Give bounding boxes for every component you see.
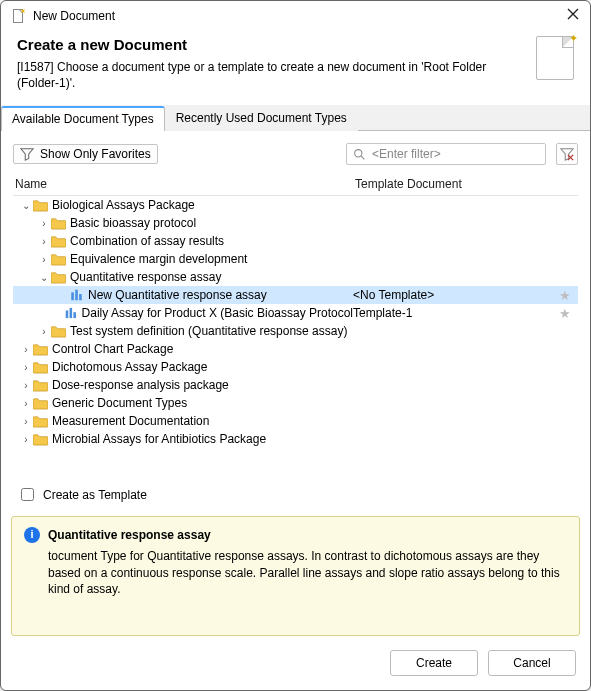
tree-row[interactable]: ›Basic bioassay protocol — [13, 214, 578, 232]
svg-point-2 — [355, 150, 362, 157]
create-button[interactable]: Create — [390, 650, 478, 676]
header-text: Create a new Document [I1587] Choose a d… — [17, 36, 524, 91]
tree-row-name-cell: ›Equivalence margin development — [13, 252, 353, 266]
chevron-right-icon[interactable]: › — [19, 398, 33, 409]
description-box: i Quantitative response assay tocument T… — [11, 516, 580, 636]
tree-body: ⌄Biological Assays Package›Basic bioassa… — [13, 196, 578, 477]
filter-input-wrap[interactable] — [346, 143, 546, 165]
tree-row-label: Daily Assay for Product X (Basic Bioassa… — [82, 306, 353, 320]
new-document-icon — [11, 8, 27, 24]
chevron-right-icon[interactable]: › — [19, 344, 33, 355]
close-button[interactable] — [566, 7, 580, 24]
tree-header: Name Template Document — [13, 173, 578, 196]
tree-row-label: Equivalence margin development — [70, 252, 247, 266]
tree-row[interactable]: ›Equivalence margin development — [13, 250, 578, 268]
chevron-right-icon[interactable]: › — [37, 236, 51, 247]
tree-row-label: Basic bioassay protocol — [70, 216, 196, 230]
funnel-clear-icon — [560, 147, 574, 161]
svg-line-3 — [361, 156, 364, 159]
dialog-window: New Document Create a new Document [I158… — [0, 0, 591, 691]
tree-row[interactable]: ·New Quantitative response assay<No Temp… — [13, 286, 578, 304]
tree-row[interactable]: ⌄Biological Assays Package — [13, 196, 578, 214]
header-heading: Create a new Document — [17, 36, 524, 53]
header-subtext: [I1587] Choose a document type or a temp… — [17, 59, 524, 91]
header: Create a new Document [I1587] Choose a d… — [1, 28, 590, 101]
tree-row[interactable]: ·Daily Assay for Product X (Basic Bioass… — [13, 304, 578, 322]
tree-row-name-cell: ·Daily Assay for Product X (Basic Bioass… — [13, 306, 353, 320]
filter-input[interactable] — [370, 146, 539, 162]
clear-filter-button[interactable] — [556, 143, 578, 165]
description-body: tocument Type for Quantitative response … — [48, 548, 567, 598]
tree-row-name-cell: ›Dose-response analysis package — [13, 378, 353, 392]
titlebar: New Document — [1, 1, 590, 28]
create-as-template-label: Create as Template — [43, 488, 147, 502]
tab-available-types[interactable]: Available Document Types — [1, 106, 165, 131]
document-large-icon: ✦ — [536, 36, 574, 80]
tree-row[interactable]: ›Control Chart Package — [13, 340, 578, 358]
create-as-template-row: Create as Template — [13, 477, 578, 512]
tree-row-name-cell: ›Dichotomous Assay Package — [13, 360, 353, 374]
favorites-label: Show Only Favorites — [40, 147, 151, 161]
assay-icon — [64, 306, 78, 320]
tree-row[interactable]: ›Dose-response analysis package — [13, 376, 578, 394]
folder-icon — [51, 325, 66, 338]
svg-rect-8 — [79, 295, 82, 301]
tree-row-template-cell: Template-1 — [353, 306, 556, 320]
create-as-template-checkbox[interactable] — [21, 488, 34, 501]
folder-icon — [33, 397, 48, 410]
tree-row-label: Generic Document Types — [52, 396, 187, 410]
folder-icon — [51, 235, 66, 248]
tree-row-name-cell: ›Control Chart Package — [13, 342, 353, 356]
chevron-right-icon[interactable]: › — [19, 434, 33, 445]
tab-recent-types[interactable]: Recently Used Document Types — [165, 106, 358, 131]
tree-row-name-cell: ›Generic Document Types — [13, 396, 353, 410]
folder-icon — [33, 379, 48, 392]
chevron-right-icon[interactable]: › — [19, 380, 33, 391]
tree-row[interactable]: ›Test system definition (Quantitative re… — [13, 322, 578, 340]
description-text: Quantitative response assay tocument Typ… — [48, 527, 567, 621]
toolbar: Show Only Favorites — [13, 143, 578, 165]
funnel-icon — [20, 147, 34, 161]
tree-row[interactable]: ›Generic Document Types — [13, 394, 578, 412]
tree-row-name-cell: ›Combination of assay results — [13, 234, 353, 248]
tree-row-name-cell: ·New Quantitative response assay — [13, 288, 353, 302]
tree-row[interactable]: ›Microbial Assays for Antibiotics Packag… — [13, 430, 578, 448]
tree-row[interactable]: ›Measurement Documentation — [13, 412, 578, 430]
close-icon — [566, 7, 580, 21]
tree-row[interactable]: ›Combination of assay results — [13, 232, 578, 250]
star-icon: ★ — [559, 306, 571, 321]
column-template[interactable]: Template Document — [355, 177, 576, 191]
panel: Show Only Favorites Name Template D — [1, 131, 590, 516]
folder-icon — [33, 433, 48, 446]
folder-icon — [33, 361, 48, 374]
tree-row-name-cell: ›Test system definition (Quantitative re… — [13, 324, 353, 338]
chevron-right-icon[interactable]: › — [19, 416, 33, 427]
folder-icon — [33, 199, 48, 212]
favorite-star[interactable]: ★ — [556, 288, 574, 303]
tree-row[interactable]: ›Dichotomous Assay Package — [13, 358, 578, 376]
chevron-right-icon[interactable]: › — [37, 326, 51, 337]
info-icon: i — [24, 527, 40, 543]
chevron-right-icon[interactable]: › — [37, 218, 51, 229]
tree-row[interactable]: ⌄Quantitative response assay — [13, 268, 578, 286]
description-title: Quantitative response assay — [48, 527, 567, 544]
tree-row-label: Dose-response analysis package — [52, 378, 229, 392]
star-icon: ★ — [559, 288, 571, 303]
tree-row-label: Microbial Assays for Antibiotics Package — [52, 432, 266, 446]
tree-row-name-cell: ⌄Biological Assays Package — [13, 198, 353, 212]
chevron-right-icon[interactable]: › — [19, 362, 33, 373]
chevron-down-icon[interactable]: ⌄ — [19, 200, 33, 211]
tree-row-label: Test system definition (Quantitative res… — [70, 324, 347, 338]
column-name[interactable]: Name — [15, 177, 355, 191]
tree-row-label: Quantitative response assay — [70, 270, 221, 284]
button-row: Create Cancel — [1, 636, 590, 690]
tree-row-label: New Quantitative response assay — [88, 288, 267, 302]
sparkle-icon: ✦ — [569, 32, 578, 45]
favorite-star[interactable]: ★ — [556, 306, 574, 321]
tree-row-label: Control Chart Package — [52, 342, 173, 356]
chevron-down-icon[interactable]: ⌄ — [37, 272, 51, 283]
show-only-favorites-button[interactable]: Show Only Favorites — [13, 144, 158, 164]
cancel-button[interactable]: Cancel — [488, 650, 576, 676]
window-title: New Document — [33, 9, 560, 23]
chevron-right-icon[interactable]: › — [37, 254, 51, 265]
